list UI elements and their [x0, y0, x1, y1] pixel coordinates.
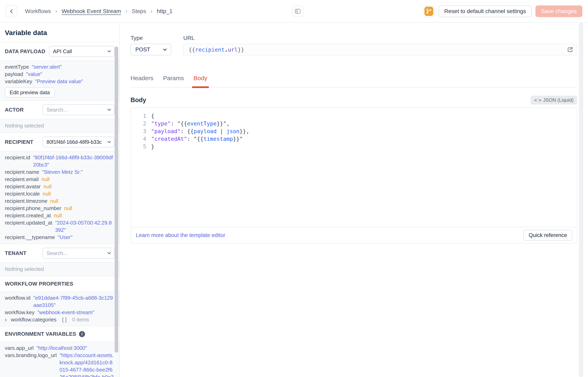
chevron-down-icon: [106, 139, 112, 145]
environment-variables-label: ENVIRONMENT VARIABLES: [5, 331, 76, 337]
chevron-down-icon: [106, 107, 112, 112]
code-line[interactable]: 4 "createdAt": "{{timestamp}}": [131, 135, 577, 143]
variable-value: "Preview data value": [35, 78, 115, 85]
variable-key: workflow.key: [5, 309, 35, 316]
variable-value: "https://account-assets.knock.app/42d161…: [59, 352, 115, 377]
main-scrollbar-track[interactable]: [579, 23, 583, 377]
code-text: "payload": {{payload | json}},: [151, 128, 249, 135]
recipient-label: RECIPIENT: [5, 139, 33, 145]
breadcrumb: Workflows › Webhook Event Stream › Steps…: [25, 8, 172, 14]
edit-preview-data-button[interactable]: Edit preview data: [5, 87, 55, 97]
data-payload-select[interactable]: API Call: [49, 46, 115, 57]
actor-select[interactable]: Search...: [43, 104, 115, 115]
variable-key: variableKey: [5, 78, 32, 85]
breadcrumb-separator: ›: [126, 8, 127, 14]
variable-key: recipient.avatar: [5, 183, 41, 190]
chevron-down-icon: [106, 250, 112, 256]
variable-row: recipient.name "Steven Metz Sr.": [5, 168, 115, 176]
variable-row: variableKey "Preview data value": [5, 78, 115, 85]
http-method-value: POST: [135, 47, 150, 53]
top-bar: Workflows › Webhook Event Stream › Steps…: [0, 0, 588, 23]
workflow-categories-row[interactable]: › workflow.categories [ ] 0 items: [5, 316, 115, 323]
recipient-selected-value: 80f1f4bf-166d-48f9-b33c: [47, 139, 102, 145]
variable-row: recipient.phone_number null: [5, 205, 115, 212]
breadcrumb-webhook-event-stream[interactable]: Webhook Event Stream: [62, 8, 121, 14]
url-input[interactable]: {{recipient.url}}: [183, 44, 577, 55]
sidebar-scrollbar-thumb[interactable]: [115, 47, 118, 353]
variable-value: null: [43, 190, 115, 197]
recipient-row: RECIPIENT 80f1f4bf-166d-48f9-b33c: [0, 132, 119, 151]
back-button[interactable]: [6, 5, 17, 17]
url-label: URL: [183, 35, 577, 41]
variable-row: vars.app_url "http://localhost:3000": [5, 344, 115, 352]
reset-channel-settings-button[interactable]: Reset to default channel settings: [438, 5, 532, 17]
chevron-down-icon: [106, 49, 112, 54]
http-method-select[interactable]: POST: [130, 44, 171, 55]
variable-key: recipient.locale: [5, 190, 40, 197]
tab-headers[interactable]: Headers: [130, 75, 153, 87]
tab-body[interactable]: Body: [194, 75, 207, 87]
variable-value: "Steven Metz Sr.": [42, 168, 115, 176]
tab-params[interactable]: Params: [163, 75, 184, 87]
variable-value: "e91ddae4-7f99-45cb-a688-3c129aae3105": [33, 294, 115, 309]
variable-row: recipient.timezone null: [5, 197, 115, 205]
breadcrumb-separator: ›: [55, 8, 57, 14]
editor-language-badge: < > JSON (Liquid): [530, 96, 577, 105]
line-number: 1: [131, 112, 151, 120]
code-line[interactable]: 5 }: [131, 143, 577, 151]
tenant-select[interactable]: Search...: [43, 248, 115, 259]
request-tabs: Headers Params Body: [130, 75, 577, 88]
variable-value: "2024-03-05T00:42:29.839Z": [55, 219, 115, 234]
variable-row: workflow.id "e91ddae4-7f99-45cb-a688-3c1…: [5, 294, 115, 309]
variable-key: eventType: [5, 63, 29, 71]
tenant-empty-section: Nothing selected: [0, 262, 119, 276]
code-line[interactable]: 3 "payload": {{payload | json}},: [131, 128, 577, 135]
line-number: 4: [131, 135, 151, 143]
variable-value: null: [64, 205, 115, 212]
quick-reference-button[interactable]: Quick reference: [523, 230, 572, 241]
actor-row: ACTOR Search...: [0, 100, 119, 119]
variable-row: vars.branding.logo_url "https://account-…: [5, 352, 115, 377]
actor-search-placeholder: Search...: [47, 107, 68, 113]
info-icon[interactable]: i: [79, 331, 85, 337]
data-payload-selected-value: API Call: [53, 48, 72, 55]
line-number: 3: [131, 128, 151, 135]
variable-key: payload: [5, 71, 23, 78]
external-link-icon[interactable]: [567, 47, 573, 53]
workflow-fields: workflow.id "e91ddae4-7f99-45cb-a688-3c1…: [5, 294, 115, 316]
expand-chevron-icon: ›: [5, 316, 7, 323]
breadcrumb-http-1: http_1: [157, 8, 172, 14]
variable-row: recipient.avatar null: [5, 183, 115, 190]
code-line[interactable]: 2 "type": "{{eventType}}",: [131, 120, 577, 128]
tenant-search-placeholder: Search...: [47, 250, 68, 256]
toggle-sidebar-button[interactable]: [292, 6, 303, 17]
variable-value: "server:alert": [32, 63, 115, 71]
commit-version-button[interactable]: [423, 5, 435, 17]
data-payload-label: DATA PAYLOAD: [5, 48, 45, 55]
code-editor[interactable]: 1 { 2 "type": "{{eventType}}", 3 "payloa…: [131, 108, 577, 227]
variable-value: "webhook-event-stream": [37, 309, 115, 316]
workflow-categories-count: 0 items: [72, 316, 89, 323]
code-line[interactable]: 1 {: [131, 112, 577, 120]
variable-key: vars.app_url: [5, 344, 34, 352]
save-changes-button[interactable]: Save changes: [535, 5, 582, 17]
breadcrumb-workflows[interactable]: Workflows: [25, 8, 51, 14]
variable-value: null: [54, 212, 115, 219]
workflow-properties-label: WORKFLOW PROPERTIES: [5, 281, 73, 287]
variable-row: recipient.email null: [5, 176, 115, 183]
variable-row: recipient.locale null: [5, 190, 115, 197]
variable-key: recipient.name: [5, 168, 39, 176]
variable-key: vars.branding.logo_url: [5, 352, 57, 359]
variable-key: recipient.timezone: [5, 197, 47, 205]
panel-layout-icon: [294, 8, 301, 15]
workflow-properties-heading: WORKFLOW PROPERTIES: [0, 276, 119, 291]
step-editor-main: Type POST URL {{recipient.url}}: [120, 23, 588, 377]
chevron-left-icon: [9, 9, 14, 14]
data-payload-fields-section: eventType "server:alert" payload "value"…: [0, 60, 119, 100]
recipient-select[interactable]: 80f1f4bf-166d-48f9-b33c: [43, 137, 115, 147]
template-editor-docs-link[interactable]: Learn more about the template editor: [136, 232, 225, 238]
breadcrumb-steps[interactable]: Steps: [132, 8, 146, 14]
data-payload-row: DATA PAYLOAD API Call: [0, 42, 119, 60]
breadcrumb-separator: ›: [151, 8, 152, 14]
variable-value: null: [44, 183, 115, 190]
